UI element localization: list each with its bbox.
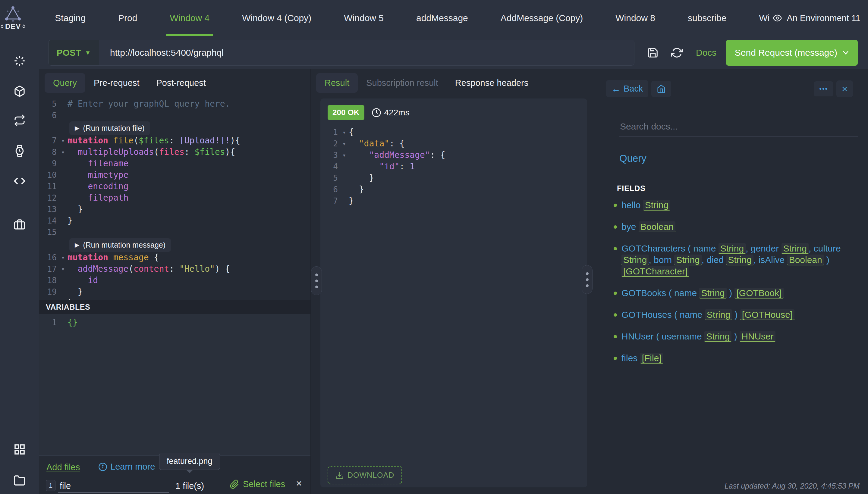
save-icon — [647, 47, 659, 58]
code-token: } — [349, 184, 364, 194]
run-mutation-button[interactable]: ▶(Run mutation file) — [69, 121, 150, 135]
file-name-input[interactable] — [58, 493, 169, 493]
docs-type-link[interactable]: String — [719, 243, 746, 254]
window-tab[interactable]: Window 8 — [599, 0, 671, 36]
code-text: } — [349, 195, 354, 207]
eye-icon — [772, 14, 783, 23]
learn-more-link[interactable]: Learn more — [98, 462, 155, 472]
code-token: "id" — [379, 162, 399, 171]
fold-arrow-icon[interactable]: ▾ — [58, 252, 68, 263]
url-group: POST ▼ — [48, 40, 634, 66]
send-request-button[interactable]: Send Request (message) — [726, 40, 858, 66]
fold-arrow-icon — [58, 286, 68, 298]
docs-toggle-link[interactable]: Docs — [696, 48, 716, 58]
environment-label: An Environment 11 — [787, 13, 861, 23]
docs-back-button[interactable]: ← Back — [606, 80, 648, 97]
docs-menu-button[interactable]: ••• — [814, 81, 833, 96]
fold-arrow-icon[interactable]: ▾ — [340, 127, 349, 138]
environment-selector[interactable]: An Environment 11 — [772, 13, 861, 23]
code-token: content — [133, 264, 169, 274]
remove-file-button[interactable]: × — [296, 477, 302, 489]
window-tab[interactable]: subscribe — [671, 0, 743, 36]
docs-field-text: , culture — [809, 243, 841, 253]
download-button[interactable]: DOWNLOAD — [328, 466, 402, 484]
watch-icon[interactable] — [14, 145, 25, 157]
window-tab[interactable]: Staging — [39, 0, 102, 36]
fold-arrow-icon — [58, 275, 68, 286]
docs-type-link[interactable]: String — [705, 309, 732, 320]
panel-resize-handle[interactable] — [582, 265, 593, 294]
variables-editor[interactable]: 1{} — [39, 314, 310, 455]
fold-arrow-icon[interactable]: ▾ — [58, 146, 68, 158]
docs-type-link[interactable]: String — [699, 288, 726, 299]
run-mutation-button[interactable]: ▶(Run mutation message) — [69, 238, 171, 252]
briefcase-icon[interactable] — [14, 218, 25, 230]
docs-type-link[interactable]: String — [622, 254, 649, 265]
files-count-label: 1 file(s) — [176, 481, 204, 491]
code-token: "data" — [359, 138, 389, 149]
result-json-viewer[interactable]: 1▾{2▾ "data": {3▾ "addMessage": {4 "id":… — [320, 124, 587, 207]
panel-tab[interactable]: Post-request — [148, 73, 214, 93]
fold-arrow-icon[interactable]: ▾ — [340, 138, 349, 149]
docs-type-link[interactable]: String — [674, 254, 701, 265]
panel-tab[interactable]: Response headers — [447, 73, 537, 93]
select-files-button[interactable]: Select files — [230, 479, 285, 489]
panel-tab[interactable]: Query — [44, 73, 85, 93]
window-tab[interactable]: AddMessage (Copy) — [484, 0, 599, 36]
bullet-icon — [614, 204, 617, 207]
repeat-icon[interactable] — [14, 114, 25, 127]
window-tab[interactable]: addMessage — [400, 0, 484, 36]
code-line: 6 — [39, 110, 310, 121]
docs-type-link[interactable]: [GOTBook] — [735, 288, 783, 299]
docs-type-link[interactable]: String — [704, 331, 732, 342]
code-line: 18 id — [39, 275, 310, 286]
bullet-icon — [614, 357, 617, 360]
add-files-link[interactable]: Add files — [47, 462, 80, 472]
docs-search-input[interactable] — [620, 119, 858, 136]
code-text: { — [349, 127, 354, 138]
docs-type-link[interactable]: HNUser — [740, 331, 775, 342]
docs-type-link[interactable]: String — [781, 243, 809, 254]
spark-icon[interactable] — [14, 55, 25, 67]
panel-tab[interactable]: Result — [316, 73, 358, 93]
panel-tab[interactable]: Pre-request — [85, 73, 148, 93]
query-editor[interactable]: 5# Enter your graphQL query here.6▶(Run … — [39, 96, 310, 300]
ellipsis-icon: ••• — [819, 85, 828, 93]
panel-resize-handle[interactable] — [311, 266, 322, 295]
line-number: 19 — [39, 286, 58, 298]
file-field-name: file — [60, 481, 71, 491]
docs-type-link[interactable]: [GOTCharacter] — [622, 266, 689, 277]
url-input[interactable] — [99, 40, 634, 65]
line-number: 18 — [39, 275, 58, 286]
refresh-schema-button[interactable] — [671, 47, 683, 58]
docs-type-link[interactable]: Boolean — [787, 254, 824, 265]
window-tab[interactable]: Window 4 — [153, 0, 226, 36]
send-request-label: Send Request (message) — [735, 48, 837, 58]
cube-icon[interactable] — [14, 85, 25, 97]
folder-icon[interactable] — [14, 474, 25, 487]
code-icon[interactable] — [14, 175, 25, 187]
window-tab[interactable]: Window 4 (Copy) — [226, 0, 328, 36]
fold-arrow-icon[interactable]: ▾ — [58, 263, 68, 275]
save-button[interactable] — [647, 47, 659, 58]
docs-type-link[interactable]: [File] — [640, 353, 663, 364]
fold-arrow-icon[interactable]: ▾ — [340, 149, 349, 161]
refresh-icon — [671, 47, 683, 58]
panel-tab[interactable]: Subscription result — [358, 73, 447, 93]
line-number: 15 — [39, 227, 58, 238]
docs-type-link[interactable]: String — [726, 254, 754, 265]
code-token: ( — [128, 264, 133, 274]
window-tab[interactable]: Wi — [743, 0, 772, 36]
docs-type-link[interactable]: Boolean — [639, 222, 676, 232]
fold-arrow-icon[interactable]: ▾ — [58, 135, 68, 146]
grid-icon[interactable] — [14, 443, 25, 455]
docs-field-text: GOTHouses ( name — [622, 310, 705, 320]
docs-type-link[interactable]: String — [643, 200, 670, 211]
docs-close-button[interactable]: × — [836, 80, 853, 97]
window-tab[interactable]: Window 5 — [328, 0, 400, 36]
window-tab[interactable]: Prod — [102, 0, 153, 36]
docs-home-button[interactable] — [651, 81, 671, 97]
method-select[interactable]: POST ▼ — [49, 40, 99, 65]
docs-type-link[interactable]: [GOTHouse] — [740, 309, 794, 320]
last-updated-label: Last updated: Aug 30, 2020, 4:45:53 PM — [724, 482, 860, 490]
